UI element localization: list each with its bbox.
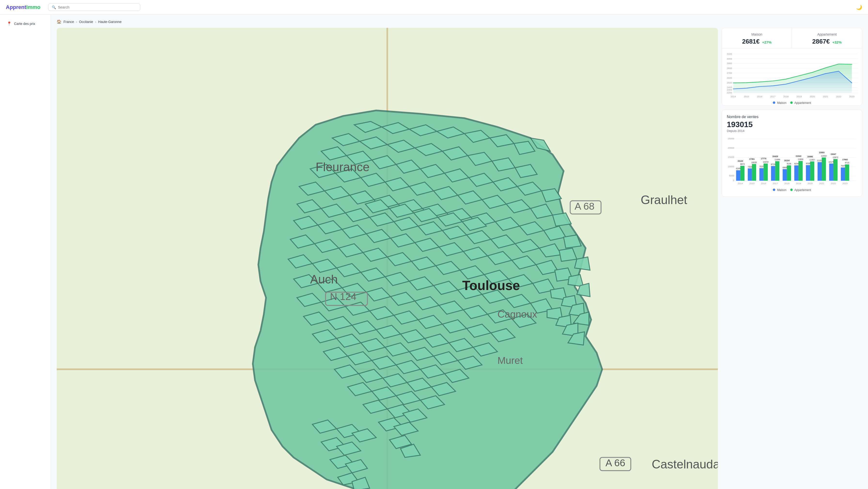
sales-since: Depuis 2014: [727, 129, 857, 133]
svg-text:Graulhet: Graulhet: [641, 193, 687, 207]
svg-text:2023: 2023: [849, 95, 855, 98]
bar-2014-maison: [736, 170, 740, 181]
svg-text:2800: 2800: [727, 67, 732, 69]
dark-mode-icon[interactable]: 🌙: [856, 5, 862, 10]
svg-text:2019: 2019: [797, 95, 802, 98]
svg-text:2200: 2200: [727, 91, 732, 94]
header: ApprentImmo 🔍 🌙: [0, 0, 868, 14]
svg-text:Toulouse: Toulouse: [462, 278, 520, 293]
svg-text:25000: 25000: [728, 137, 734, 140]
svg-text:8873: 8873: [740, 163, 745, 165]
svg-text:2600: 2600: [727, 76, 732, 79]
svg-text:10233: 10233: [763, 161, 769, 163]
svg-text:6968: 6968: [782, 167, 787, 169]
maison-label: Maison: [727, 32, 787, 36]
logo[interactable]: ApprentImmo: [6, 4, 40, 10]
legend-appartement: Appartement: [790, 101, 811, 105]
bar-2021-maison: [817, 162, 822, 181]
svg-text:23047: 23047: [831, 153, 836, 155]
bar-legend-appartement: Appartement: [790, 188, 811, 192]
maison-change: +27%: [762, 40, 772, 44]
svg-text:11557: 11557: [809, 159, 815, 161]
legend-maison: Maison: [773, 101, 786, 105]
search-input[interactable]: [58, 5, 136, 9]
svg-text:20428: 20428: [772, 155, 778, 157]
search-wrapper: 🔍: [48, 3, 140, 11]
svg-text:9234: 9234: [794, 163, 799, 165]
main-content: 🏠 France › Occitanie › Haute-Garonne: [51, 14, 868, 489]
svg-text:11151: 11151: [817, 160, 823, 162]
bar-chart-svg: 25000 20000 15000 10000 5000 0: [727, 136, 857, 186]
svg-text:17662: 17662: [842, 159, 848, 161]
line-chart-container: 3100 3000 2900 2800 2700 2600 2500 2400 …: [722, 48, 862, 105]
svg-text:2900: 2900: [727, 62, 732, 65]
svg-text:2500: 2500: [727, 82, 732, 84]
svg-text:11699: 11699: [775, 159, 780, 161]
bar-2016-maison: [760, 168, 764, 181]
svg-text:7947: 7947: [841, 165, 845, 167]
price-card-maison: Maison 2681€ +27%: [722, 28, 792, 48]
svg-text:2014: 2014: [738, 182, 743, 185]
svg-text:3000: 3000: [727, 57, 732, 60]
svg-text:21043: 21043: [796, 155, 801, 157]
svg-text:16104: 16104: [784, 160, 790, 162]
line-chart-legend: Maison Appartement: [725, 101, 859, 105]
layout: 📍 Carte des prix 🏠 France › Occitanie › …: [0, 14, 868, 489]
svg-text:A 66: A 66: [606, 457, 625, 468]
sidebar: 📍 Carte des prix: [0, 14, 51, 489]
header-right: 🌙: [856, 4, 862, 10]
svg-text:12432: 12432: [821, 155, 827, 157]
svg-text:2018: 2018: [784, 182, 789, 185]
appartement-value: 2867€: [812, 38, 830, 45]
svg-text:23583: 23583: [819, 152, 825, 154]
home-icon: 🏠: [57, 20, 62, 24]
map-container[interactable]: Fleurance Auch N 124 Graulhet Castelnaud…: [57, 28, 718, 489]
bar-legend-dot-maison: [773, 189, 775, 191]
sales-section: Nombre de ventes 193015 Depuis 2014 2500…: [722, 110, 862, 197]
bar-2020-maison: [806, 165, 810, 181]
svg-text:2017: 2017: [770, 95, 775, 98]
svg-text:2023: 2023: [842, 182, 847, 185]
bar-2017-appt: [775, 161, 779, 181]
svg-text:2016: 2016: [761, 182, 766, 185]
bar-legend-dot-appartement: [790, 189, 793, 191]
svg-text:A 68: A 68: [575, 201, 594, 212]
sidebar-item-label: Carte des prix: [14, 22, 35, 26]
line-chart-svg: 3100 3000 2900 2800 2700 2600 2500 2400 …: [725, 51, 859, 98]
maison-price-row: 2681€ +27%: [727, 38, 787, 45]
svg-text:10175: 10175: [829, 161, 834, 163]
svg-text:Cagnoux: Cagnoux: [497, 308, 537, 320]
svg-text:10000: 10000: [728, 165, 734, 168]
svg-text:2020: 2020: [810, 95, 815, 98]
svg-text:7323: 7323: [748, 166, 752, 168]
svg-text:9338: 9338: [806, 162, 810, 165]
svg-text:17361: 17361: [749, 158, 755, 160]
svg-text:Fleurance: Fleurance: [316, 160, 370, 174]
breadcrumb: 🏠 France › Occitanie › Haute-Garonne: [57, 20, 862, 24]
svg-text:11809: 11809: [798, 158, 803, 161]
bar-2015-maison: [748, 168, 752, 181]
svg-text:2022: 2022: [831, 182, 836, 185]
breadcrumb-current: Haute-Garonne: [98, 20, 122, 24]
svg-text:17770: 17770: [761, 158, 766, 160]
svg-text:3100: 3100: [727, 53, 732, 55]
breadcrumb-sep-2: ›: [95, 20, 96, 24]
search-icon: 🔍: [52, 5, 56, 9]
svg-text:8729: 8729: [771, 163, 775, 166]
bar-2014-appt: [740, 166, 744, 181]
bar-2018-appt: [787, 165, 791, 181]
price-cards: Maison 2681€ +27% Appartement 2867€ +32%: [722, 28, 862, 48]
svg-text:20000: 20000: [728, 146, 734, 149]
breadcrumb-france[interactable]: France: [63, 20, 74, 24]
content-grid: Fleurance Auch N 124 Graulhet Castelnaud…: [57, 28, 862, 489]
breadcrumb-occitanie[interactable]: Occitanie: [79, 20, 93, 24]
svg-text:15000: 15000: [728, 156, 734, 158]
svg-text:5000: 5000: [729, 174, 734, 177]
svg-marker-70: [575, 257, 590, 270]
bar-2020-appt: [810, 161, 814, 181]
svg-text:2015: 2015: [744, 95, 749, 98]
svg-text:9715: 9715: [845, 162, 849, 164]
bar-2019-maison: [795, 165, 799, 181]
sidebar-item-carte-des-prix[interactable]: 📍 Carte des prix: [2, 19, 49, 28]
svg-text:20895: 20895: [807, 155, 813, 158]
